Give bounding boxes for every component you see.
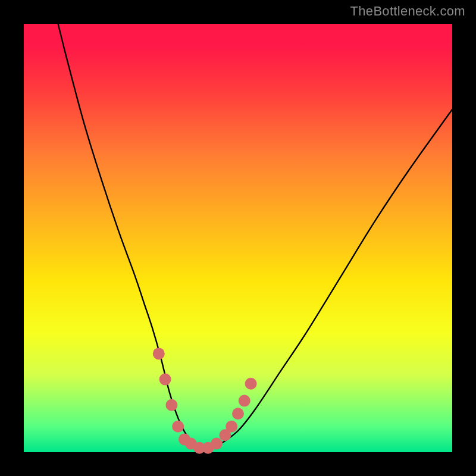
watermark-text: TheBottleneck.com — [350, 4, 465, 19]
plot-area — [24, 24, 452, 452]
marker-dot — [159, 374, 171, 386]
marker-dot — [165, 399, 177, 411]
marker-dot — [245, 378, 257, 390]
marker-dot — [211, 438, 223, 450]
curve-svg — [24, 24, 452, 452]
marker-dot — [226, 421, 237, 433]
marker-dot — [239, 395, 250, 407]
chart-stage: TheBottleneck.com — [0, 0, 476, 476]
marker-dot — [153, 347, 165, 359]
marker-dot — [172, 421, 184, 433]
marker-dot — [232, 408, 244, 419]
marker-group — [153, 347, 257, 453]
